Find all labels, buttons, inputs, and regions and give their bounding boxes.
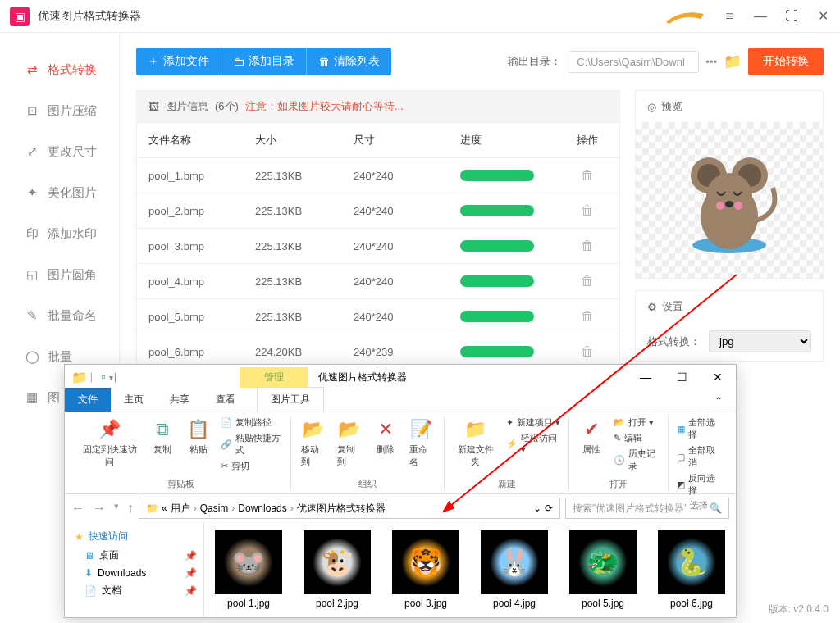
breadcrumb[interactable]: 📁 « 用户› Qasim› Downloads› 优速图片格式转换器 ⌄ ⟳ bbox=[139, 498, 560, 519]
easyaccess-button[interactable]: ⚡轻松访问 ▾ bbox=[504, 431, 562, 456]
output-path-input[interactable]: C:\Users\Qasim\Downl bbox=[568, 51, 699, 73]
file-item[interactable]: 🐲 pool 5.jpg bbox=[567, 530, 639, 609]
cell-dim: 240*239 bbox=[354, 346, 460, 358]
output-label: 输出目录： bbox=[508, 54, 561, 69]
history-button[interactable]: 🕓历史记录 bbox=[612, 447, 660, 473]
newitem-button[interactable]: ✦新建项目 ▾ bbox=[504, 416, 562, 430]
selectall-button[interactable]: ▦全部选择 bbox=[675, 416, 723, 442]
close-icon[interactable]: ✕ bbox=[815, 9, 830, 24]
address-bar: ← → ▾ ↑ 📁 « 用户› Qasim› Downloads› 优速图片格式… bbox=[65, 494, 736, 522]
svg-point-7 bbox=[725, 201, 733, 207]
qat-icon[interactable]: ▫ bbox=[101, 370, 106, 384]
cell-name: pool_4.bmp bbox=[148, 275, 255, 288]
table-row[interactable]: pool_3.bmp 225.13KB 240*240 🗑 bbox=[137, 229, 619, 264]
selectnone-button[interactable]: ▢全部取消 bbox=[675, 443, 723, 470]
manage-tab-label: 管理 bbox=[240, 367, 308, 388]
delete-row-icon[interactable]: 🗑 bbox=[581, 344, 594, 358]
table-row[interactable]: pool_4.bmp 225.13KB 240*240 🗑 bbox=[137, 264, 619, 299]
sidebar-item-beautify[interactable]: ✦美化图片 bbox=[0, 172, 119, 213]
sidebar-item-radius[interactable]: ◱图片圆角 bbox=[0, 254, 119, 295]
file-item[interactable]: 🐯 pool 3.jpg bbox=[390, 530, 462, 609]
copy-button[interactable]: ⧉复制 bbox=[147, 416, 178, 457]
cell-name: pool_1.bmp bbox=[148, 170, 255, 182]
refresh-icon[interactable]: ⟳ bbox=[545, 502, 553, 514]
back-icon[interactable]: ← bbox=[71, 501, 84, 516]
minimize-icon[interactable]: — bbox=[753, 9, 768, 24]
sidebar-item-compress[interactable]: ⊡图片压缩 bbox=[0, 90, 119, 131]
pin-button[interactable]: 📌固定到快速访问 bbox=[78, 416, 142, 470]
sidebar-item-rename[interactable]: ✎批量命名 bbox=[0, 295, 119, 336]
file-item[interactable]: 🐭 pool 1.jpg bbox=[212, 530, 285, 609]
table-row[interactable]: pool_1.bmp 225.13KB 240*240 🗑 bbox=[137, 158, 619, 193]
open-button[interactable]: 📂打开 ▾ bbox=[612, 416, 660, 430]
delete-button[interactable]: ✕删除 bbox=[370, 416, 401, 457]
tab-share[interactable]: 共享 bbox=[157, 388, 203, 412]
moveto-button[interactable]: 📂移动到 bbox=[298, 416, 329, 470]
tab-view[interactable]: 查看 bbox=[203, 388, 249, 412]
preview-image bbox=[636, 122, 823, 278]
nav-downloads[interactable]: ⬇Downloads📌 bbox=[65, 565, 203, 581]
tab-pictools[interactable]: 图片工具 bbox=[257, 387, 324, 412]
explorer-titlebar[interactable]: 📁 ▏ ▫ ▾ ▏ 管理 优速图片格式转换器 — ☐ ✕ bbox=[65, 365, 736, 389]
table-row[interactable]: pool_2.bmp 225.13KB 240*240 🗑 bbox=[137, 193, 619, 229]
delete-row-icon[interactable]: 🗑 bbox=[581, 239, 594, 252]
delete-row-icon[interactable]: 🗑 bbox=[581, 274, 594, 288]
file-item[interactable]: 🐍 pool 6.jpg bbox=[655, 530, 728, 609]
copyto-button[interactable]: 📂复制到 bbox=[334, 416, 365, 470]
delete-row-icon[interactable]: 🗑 bbox=[581, 203, 594, 217]
nav-desktop[interactable]: 🖥桌面📌 bbox=[65, 546, 203, 565]
folder-open-icon[interactable]: 📁 bbox=[724, 52, 742, 70]
sidebar-item-watermark[interactable]: 印添加水印 bbox=[0, 213, 119, 254]
tab-file[interactable]: 文件 bbox=[65, 388, 111, 412]
picture-icon: 🖼 bbox=[148, 101, 159, 113]
col-header-size: 大小 bbox=[255, 133, 354, 148]
stamp-icon: 印 bbox=[25, 226, 39, 241]
file-item[interactable]: 🐮 pool 2.jpg bbox=[301, 530, 373, 609]
cell-dim: 240*240 bbox=[354, 240, 460, 252]
format-select[interactable]: jpg bbox=[709, 330, 811, 352]
delete-row-icon[interactable]: 🗑 bbox=[581, 309, 594, 323]
thumbnail: 🐯 bbox=[392, 530, 459, 594]
search-input[interactable]: 搜索"优速图片格式转换器" 🔍 bbox=[565, 498, 729, 519]
clear-list-button[interactable]: 🗑清除列表 bbox=[306, 48, 391, 75]
paste-icon: 📋 bbox=[186, 417, 211, 442]
nav-quick-access[interactable]: ★快速访问 bbox=[65, 527, 203, 546]
exp-maximize-icon[interactable]: ☐ bbox=[664, 365, 700, 389]
recent-icon[interactable]: ▾ bbox=[114, 501, 119, 516]
path-icon: 📄 bbox=[221, 417, 232, 428]
cut-button[interactable]: ✂剪切 bbox=[219, 459, 284, 473]
ribbon-collapse-icon[interactable]: ⌃ bbox=[701, 390, 736, 412]
qat-dropdown-icon[interactable]: ▾ ▏ bbox=[109, 373, 122, 382]
sidebar-item-format[interactable]: ⇄格式转换 bbox=[0, 49, 119, 90]
settings-panel: ⚙设置 格式转换： jpg bbox=[635, 290, 824, 362]
pin-icon: 📌 bbox=[185, 585, 197, 597]
add-dir-button[interactable]: 🗀添加目录 bbox=[221, 48, 306, 75]
paste-button[interactable]: 📋粘贴 bbox=[183, 416, 214, 457]
explorer-tabs: 文件 主页 共享 查看 图片工具 ⌃ bbox=[65, 389, 736, 412]
exp-close-icon[interactable]: ✕ bbox=[700, 365, 736, 389]
add-file-button[interactable]: ＋添加文件 bbox=[136, 48, 221, 75]
properties-button[interactable]: ✔属性 bbox=[576, 416, 607, 457]
sidebar-item-resize[interactable]: ⤢更改尺寸 bbox=[0, 131, 119, 172]
edit-button[interactable]: ✎编辑 bbox=[612, 431, 660, 445]
menu-icon[interactable]: ≡ bbox=[722, 9, 737, 24]
up-icon[interactable]: ↑ bbox=[127, 501, 134, 516]
star-icon: ★ bbox=[75, 531, 84, 543]
nav-docs[interactable]: 📄文档📌 bbox=[65, 581, 203, 600]
delete-row-icon[interactable]: 🗑 bbox=[581, 168, 594, 182]
rename-button[interactable]: 📝重命名 bbox=[406, 416, 437, 470]
maximize-icon[interactable]: ⛶ bbox=[784, 9, 799, 24]
file-item[interactable]: 🐰 pool 4.jpg bbox=[478, 530, 550, 609]
tab-home[interactable]: 主页 bbox=[111, 388, 157, 412]
more-icon[interactable]: ••• bbox=[705, 56, 717, 68]
newfolder-button[interactable]: 📁新建文件夹 bbox=[451, 416, 500, 470]
start-button[interactable]: 开始转换 bbox=[748, 48, 824, 75]
forward-icon[interactable]: → bbox=[93, 501, 106, 516]
addr-dropdown-icon[interactable]: ⌄ bbox=[533, 502, 541, 514]
paste-shortcut-button[interactable]: 🔗粘贴快捷方式 bbox=[219, 431, 284, 457]
exp-minimize-icon[interactable]: — bbox=[628, 365, 664, 389]
copy-path-button[interactable]: 📄复制路径 bbox=[219, 416, 284, 430]
cell-size: 225.13KB bbox=[255, 240, 354, 252]
cell-size: 225.13KB bbox=[255, 275, 354, 288]
table-row[interactable]: pool_5.bmp 225.13KB 240*240 🗑 bbox=[137, 299, 619, 334]
